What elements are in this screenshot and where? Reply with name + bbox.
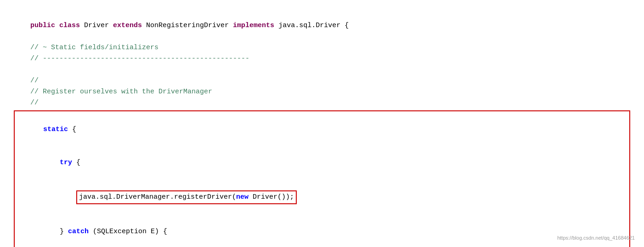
keyword-extends: extends <box>113 22 146 29</box>
class-driver: Driver <box>84 22 113 29</box>
keyword-implements: implements <box>233 22 278 29</box>
line-static: static { <box>18 113 626 146</box>
try-indent <box>43 159 60 167</box>
catch-indent: } <box>43 228 68 236</box>
keyword-catch: catch <box>68 228 89 236</box>
register-method: java.sql.DriverManager.registerDriver( <box>79 193 236 201</box>
keyword-static: static <box>43 126 68 133</box>
comment-empty-1: // <box>14 75 630 86</box>
comment-static-fields: // ~ Static fields/initializers <box>14 42 630 53</box>
keyword-class: class <box>59 22 84 29</box>
comment-register: // Register ourselves with the DriverMan… <box>14 86 630 98</box>
line-register-driver: java.sql.DriverManager.registerDriver(ne… <box>18 179 626 215</box>
keyword-new-inner: new <box>236 193 249 201</box>
comment-empty-2: // <box>14 98 630 109</box>
line-try: try { <box>18 146 626 179</box>
register-driver-end: Driver()); <box>249 193 294 201</box>
watermark: https://blog.csdn.net/qq_41684621 <box>557 234 635 242</box>
line-catch: } catch (SQLException E) { <box>18 215 626 247</box>
static-brace: { <box>68 126 76 133</box>
catch-exception: (SQLException E) { <box>89 228 167 236</box>
register-driver-box: java.sql.DriverManager.registerDriver(ne… <box>76 190 297 204</box>
blank-line-1 <box>14 64 630 75</box>
line-class-declaration: public class Driver extends NonRegisteri… <box>14 9 630 42</box>
keyword-public: public <box>30 22 59 29</box>
comment-dashes: // -------------------------------------… <box>14 53 630 64</box>
keyword-try: try <box>60 159 72 167</box>
static-block: static { try { java.sql.DriverManager.re… <box>14 110 630 247</box>
try-brace: { <box>72 159 80 167</box>
code-block: public class Driver extends NonRegisteri… <box>14 9 630 247</box>
interface-driver: java.sql.Driver { <box>278 22 349 29</box>
register-indent <box>43 193 76 201</box>
class-nonregistering: NonRegisteringDriver <box>146 22 233 29</box>
